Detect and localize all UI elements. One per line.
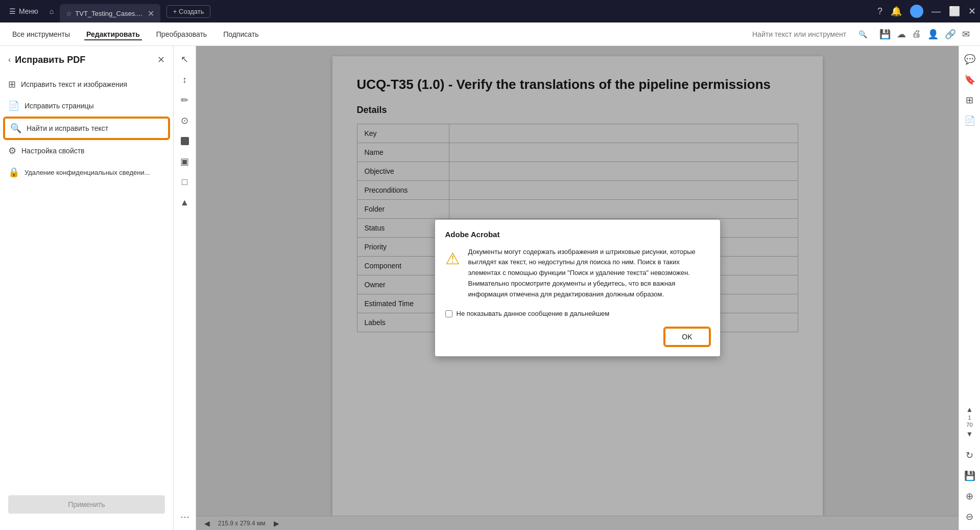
comment-tool[interactable]: 💬 (961, 50, 979, 68)
scroll-down-button[interactable]: ▼ (966, 430, 973, 438)
scroll-up-button[interactable]: ▲ (966, 405, 973, 413)
main-toolbar: Все инструменты Редактировать Преобразов… (0, 22, 980, 46)
menu-button[interactable]: ☰ Меню (4, 5, 43, 17)
home-icon: ⌂ (50, 7, 54, 15)
dont-show-checkbox[interactable] (445, 310, 452, 317)
sidebar-item-find-fix-text[interactable]: 🔍 Найти и исправить текст (4, 118, 169, 139)
save-icon[interactable]: 💾 (879, 29, 891, 40)
ok-button[interactable]: OK (664, 328, 709, 346)
scroll-percentage: 70 (966, 422, 972, 428)
dont-show-label: Не показывать данное сообщение в дальней… (457, 310, 610, 317)
modal-message: Документы могут содержать изображения и … (468, 247, 710, 300)
sidebar-item-remove-confidential[interactable]: 🔒 Удаление конфиденциальных сведени... (0, 162, 173, 183)
save-right-icon: 💾 (964, 470, 975, 481)
edit-text-icon: ⊞ (8, 79, 16, 90)
tab-label: TVT_Testing_Cases.... (75, 10, 142, 17)
toolbar-convert[interactable]: Преобразовать (154, 28, 209, 40)
toolbar-all-tools[interactable]: Все инструменты (10, 28, 72, 40)
cursor-tool[interactable]: ↖ (176, 50, 194, 68)
grid-tool[interactable]: ⊞ (961, 91, 979, 109)
page-number: 1 (968, 414, 971, 421)
hamburger-icon: ☰ (9, 7, 16, 15)
redact-tool[interactable] (176, 132, 194, 150)
star-icon: ☆ (66, 10, 72, 17)
lasso-tool[interactable]: ⊙ (176, 111, 194, 130)
refresh-icon: ↻ (966, 450, 973, 461)
remove-confidential-icon: 🔒 (8, 167, 19, 178)
help-icon[interactable]: ? (877, 6, 882, 17)
top-bar: ☰ Меню ⌂ ☆ TVT_Testing_Cases.... ✕ + Соз… (0, 0, 980, 22)
comment-icon: 💬 (964, 54, 975, 65)
more-tools-button[interactable]: ⋯ (176, 508, 194, 526)
apply-button[interactable]: Применить (8, 495, 165, 514)
tool-strip: ↖ ↕ ✏ ⊙ ▣ □ ▲ ⋯ (174, 46, 196, 530)
sidebar-item-edit-pages[interactable]: 📄 Исправить страницы (0, 95, 173, 117)
print-icon[interactable]: 🖨 (912, 29, 921, 39)
sidebar-item-edit-text-images[interactable]: ⊞ Исправить текст и изображения (0, 74, 173, 95)
main-layout: ‹ Исправить PDF ✕ ⊞ Исправить текст и из… (0, 46, 980, 530)
maximize-button[interactable]: ⬜ (949, 6, 960, 17)
refresh-tool[interactable]: ↻ (961, 446, 979, 465)
minimize-button[interactable]: — (931, 6, 941, 17)
close-button[interactable]: ✕ (968, 6, 976, 17)
menu-label: Меню (19, 7, 38, 15)
warning-icon: ⚠ (445, 249, 460, 300)
content-area: UCQ-T35 (1.0) - Verify the translations … (196, 46, 959, 530)
zoom-out-tool[interactable]: ⊖ (961, 508, 979, 526)
file-icon: 📄 (964, 115, 975, 126)
active-tab[interactable]: ☆ TVT_Testing_Cases.... ✕ (60, 4, 160, 22)
sidebar-close-button[interactable]: ✕ (157, 54, 165, 65)
box-tool[interactable]: □ (176, 173, 194, 191)
search-icon[interactable]: 🔍 (858, 30, 867, 38)
zoom-in-tool[interactable]: ⊕ (961, 487, 979, 505)
pen-tool[interactable]: ✏ (176, 91, 194, 109)
tab-close-icon[interactable]: ✕ (148, 9, 154, 18)
search-input[interactable] (752, 30, 854, 38)
home-button[interactable]: ⌂ (45, 5, 58, 17)
right-sidebar: 💬 🔖 ⊞ 📄 ▲ 1 70 ▼ ↻ 💾 ⊕ (959, 46, 980, 530)
properties-icon: ⚙ (8, 145, 16, 156)
arrow-tool[interactable]: ▲ (176, 193, 194, 212)
bookmark-icon: 🔖 (964, 74, 975, 85)
grid-icon: ⊞ (966, 95, 973, 106)
toolbar-edit[interactable]: Редактировать (84, 28, 142, 40)
file-tool[interactable]: 📄 (961, 111, 979, 130)
zoom-in-icon: ⊕ (966, 491, 973, 502)
user-icon[interactable]: 👤 (927, 29, 939, 40)
create-button[interactable]: + Создать (166, 5, 211, 18)
save-tool[interactable]: 💾 (961, 467, 979, 485)
email-icon[interactable]: ✉ (962, 29, 970, 40)
sidebar-title: Исправить PDF (15, 55, 85, 65)
modal-overlay: Adobe Acrobat ⚠ Документы могут содержат… (196, 46, 959, 530)
avatar[interactable] (910, 5, 923, 18)
modal-dialog: Adobe Acrobat ⚠ Документы могут содержат… (435, 219, 721, 357)
upload-icon[interactable]: ☁ (897, 29, 906, 40)
bookmark-tool[interactable]: 🔖 (961, 71, 979, 89)
find-fix-icon: 🔍 (10, 123, 21, 134)
sidebar-back-button[interactable]: ‹ (8, 55, 11, 64)
modal-title: Adobe Acrobat (445, 230, 500, 239)
edit-pages-icon: 📄 (8, 100, 19, 111)
scroll-tool[interactable]: ↕ (176, 71, 194, 89)
left-sidebar: ‹ Исправить PDF ✕ ⊞ Исправить текст и из… (0, 46, 174, 530)
toolbar-sign[interactable]: Подписать (221, 28, 260, 40)
zoom-out-icon: ⊖ (966, 511, 973, 522)
sidebar-item-properties[interactable]: ⚙ Настройка свойств (0, 140, 173, 162)
link-icon[interactable]: 🔗 (945, 29, 956, 40)
film-tool[interactable]: ▣ (176, 152, 194, 171)
notifications-icon[interactable]: 🔔 (891, 6, 902, 17)
